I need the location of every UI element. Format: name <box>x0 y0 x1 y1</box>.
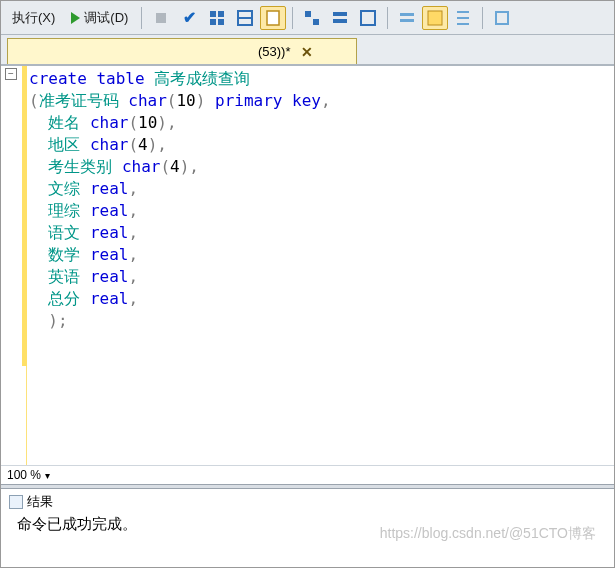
fold-toggle[interactable]: − <box>5 68 17 80</box>
debug-label: 调试(D) <box>84 9 128 27</box>
svg-rect-10 <box>333 12 347 16</box>
tool-button-10[interactable] <box>489 6 515 30</box>
execute-label: 执行(X) <box>12 9 55 27</box>
tab-bar: (53))* ✕ <box>1 35 614 65</box>
tab-title: (53))* <box>258 44 291 59</box>
svg-rect-15 <box>428 11 442 25</box>
code-line: 英语 real, <box>29 266 614 288</box>
code-editor[interactable]: create table 高考成绩查询(准考证号码 char(10) prima… <box>27 66 614 465</box>
editor-margin: − <box>1 66 27 465</box>
tool-button-6[interactable] <box>355 6 381 30</box>
more-icon <box>493 9 511 27</box>
code-line: 地区 char(4), <box>29 134 614 156</box>
tool-button-4[interactable] <box>299 6 325 30</box>
modified-marker <box>22 66 27 366</box>
debug-button[interactable]: 调试(D) <box>64 6 135 30</box>
page-icon <box>264 9 282 27</box>
results-tab[interactable]: 结果 <box>9 493 606 511</box>
tool-button-3[interactable] <box>260 6 286 30</box>
check-icon: ✔ <box>183 8 196 27</box>
code-line: 姓名 char(10), <box>29 112 614 134</box>
results-pane: 结果 命令已成功完成。 <box>1 489 614 538</box>
toolbar-separator <box>141 7 142 29</box>
toolbar-separator <box>482 7 483 29</box>
tool-button-5[interactable] <box>327 6 353 30</box>
main-toolbar: 执行(X) 调试(D) ✔ <box>1 1 614 35</box>
svg-rect-2 <box>218 11 224 17</box>
code-line: 语文 real, <box>29 222 614 244</box>
tool-button-2[interactable] <box>232 6 258 30</box>
svg-rect-8 <box>305 11 311 17</box>
toolbar-separator <box>387 7 388 29</box>
svg-rect-0 <box>156 13 166 23</box>
comment-icon <box>398 9 416 27</box>
parse-button[interactable]: ✔ <box>176 6 202 30</box>
blocks-icon <box>303 9 321 27</box>
stack-icon <box>331 9 349 27</box>
chevron-down-icon <box>45 468 50 482</box>
code-line: 数学 real, <box>29 244 614 266</box>
stop-icon <box>152 9 170 27</box>
toolbar-separator <box>292 7 293 29</box>
close-icon[interactable]: ✕ <box>301 44 313 60</box>
execute-button[interactable]: 执行(X) <box>5 6 62 30</box>
svg-rect-4 <box>218 19 224 25</box>
code-line: create table 高考成绩查询 <box>29 68 614 90</box>
editor-area: − create table 高考成绩查询(准考证号码 char(10) pri… <box>1 65 614 465</box>
table-icon <box>236 9 254 27</box>
tool-button-8[interactable] <box>422 6 448 30</box>
tool-button-1[interactable] <box>204 6 230 30</box>
svg-rect-7 <box>267 11 279 25</box>
svg-rect-11 <box>333 19 347 23</box>
svg-rect-13 <box>400 13 414 16</box>
tool-button-9[interactable] <box>450 6 476 30</box>
highlight-icon <box>426 9 444 27</box>
svg-rect-16 <box>496 12 508 24</box>
results-message: 命令已成功完成。 <box>9 515 606 534</box>
indent-icon <box>454 9 472 27</box>
svg-rect-1 <box>210 11 216 17</box>
results-tab-label: 结果 <box>27 493 53 511</box>
results-icon <box>9 495 23 509</box>
svg-rect-14 <box>400 19 414 22</box>
tool-button-7[interactable] <box>394 6 420 30</box>
code-line: ); <box>29 310 614 332</box>
code-line: (准考证号码 char(10) primary key, <box>29 90 614 112</box>
grid-icon <box>208 9 226 27</box>
svg-rect-3 <box>210 19 216 25</box>
svg-rect-12 <box>361 11 375 25</box>
code-line: 考生类别 char(4), <box>29 156 614 178</box>
play-icon <box>71 12 80 24</box>
window-icon <box>359 9 377 27</box>
code-line: 理综 real, <box>29 200 614 222</box>
svg-rect-9 <box>313 19 319 25</box>
code-line: 总分 real, <box>29 288 614 310</box>
query-tab[interactable]: (53))* ✕ <box>7 38 357 64</box>
zoom-control[interactable]: 100 % <box>1 465 614 484</box>
zoom-value: 100 % <box>7 468 41 482</box>
stop-button[interactable] <box>148 6 174 30</box>
code-line: 文综 real, <box>29 178 614 200</box>
